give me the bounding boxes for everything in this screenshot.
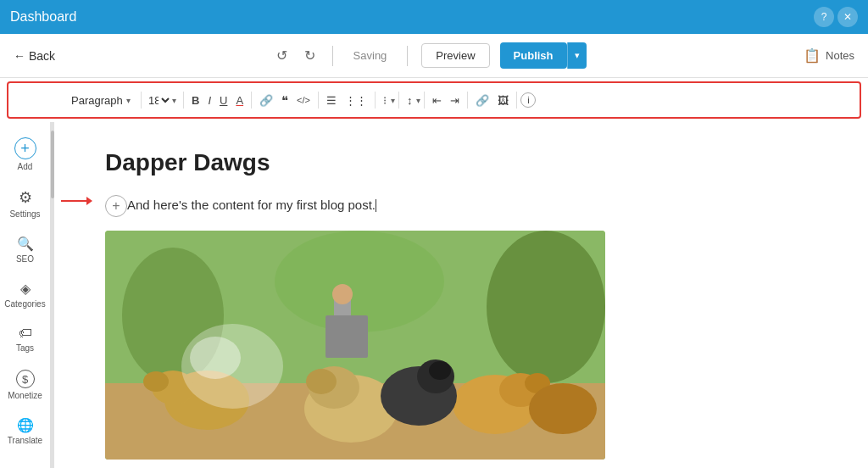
arrow-indicator: [61, 197, 92, 205]
publish-group: Publish ▾: [500, 42, 587, 69]
tags-icon: 🏷: [19, 326, 32, 341]
plus-icon: +: [112, 198, 120, 214]
svg-point-13: [306, 369, 337, 394]
color-button[interactable]: A: [231, 92, 248, 109]
bullet-list-button[interactable]: ⋮⋮: [341, 92, 371, 109]
editor-content[interactable]: And here's the content for my first blog…: [127, 195, 376, 215]
fmt-sep-8: [467, 92, 468, 109]
info-button[interactable]: i: [520, 92, 536, 108]
title-bar-left: Dashboard: [10, 9, 76, 25]
editor-title[interactable]: Dapper Dawgs: [105, 149, 817, 176]
sidebar-item-tags[interactable]: 🏷 Tags: [0, 317, 50, 361]
sidebar: + Add ⚙ Settings 🔍 SEO ◈ Categories 🏷 Ta…: [0, 122, 51, 468]
monetize-icon: $: [16, 370, 35, 388]
sidebar-item-seo[interactable]: 🔍 SEO: [0, 227, 50, 272]
indent-dec-button[interactable]: ⇤: [428, 92, 446, 109]
text-cursor: [376, 199, 376, 212]
svg-rect-7: [326, 315, 368, 358]
sidebar-item-add[interactable]: + Add: [0, 129, 50, 180]
fmt-sep-9: [516, 92, 517, 109]
fmt-sep-6: [398, 92, 399, 109]
saving-status: Saving: [347, 49, 394, 62]
help-button[interactable]: ?: [814, 7, 834, 27]
arrow-head-icon: [86, 197, 92, 205]
line-height-dropdown-icon: ▾: [416, 96, 420, 105]
image-embed-button[interactable]: 🖼: [493, 92, 513, 109]
fmt-sep-3: [251, 92, 252, 109]
redo-button[interactable]: ↻: [301, 44, 319, 67]
seo-icon: 🔍: [17, 236, 34, 252]
content-row: + And here's the content for my first bl…: [105, 193, 817, 217]
main-layout: + Add ⚙ Settings 🔍 SEO ◈ Categories 🏷 Ta…: [0, 122, 868, 468]
align-dropdown-icon: ▾: [391, 96, 395, 105]
sidebar-item-settings[interactable]: ⚙ Settings: [0, 180, 50, 227]
toolbar-divider-2: [407, 46, 408, 66]
translate-icon: 🌐: [17, 417, 34, 433]
svg-point-19: [429, 361, 451, 380]
close-button[interactable]: ✕: [837, 7, 858, 27]
title-bar-controls: ? ✕: [814, 7, 858, 27]
add-block-button[interactable]: +: [105, 195, 127, 217]
paragraph-dropdown-icon: ▾: [126, 96, 131, 105]
dogs-svg: [105, 231, 605, 460]
format-toolbar: Paragraph ▾ 18 ▾ B I U A 🔗 ❝ </> ☰ ⋮⋮ ⁝ …: [7, 81, 861, 119]
title-bar-title: Dashboard: [10, 9, 76, 25]
bold-button[interactable]: B: [187, 92, 203, 109]
notes-icon: 📋: [804, 47, 821, 64]
categories-icon: ◈: [20, 281, 31, 297]
svg-point-20: [529, 383, 597, 434]
line-height-button[interactable]: ↕: [403, 92, 417, 109]
hyperlink-button[interactable]: 🔗: [471, 92, 493, 109]
back-button[interactable]: ← Back: [14, 49, 55, 63]
preview-button[interactable]: Preview: [421, 43, 489, 68]
sidebar-item-tags-label: Tags: [16, 343, 34, 353]
link-button[interactable]: 🔗: [255, 92, 277, 109]
sidebar-item-categories[interactable]: ◈ Categories: [0, 272, 50, 317]
code-button[interactable]: </>: [292, 93, 314, 108]
arrow-line: [61, 200, 86, 202]
ordered-list-button[interactable]: ☰: [322, 92, 341, 109]
svg-point-3: [487, 231, 605, 383]
editor-area[interactable]: Dapper Dawgs + And here's the content fo…: [54, 122, 868, 468]
align-button[interactable]: ⁝: [379, 92, 391, 109]
indent-inc-button[interactable]: ⇥: [446, 92, 464, 109]
sidebar-item-monetize-label: Monetize: [8, 391, 42, 400]
fmt-sep-5: [375, 92, 376, 109]
sidebar-item-monetize[interactable]: $ Monetize: [0, 361, 50, 409]
title-bar: Dashboard ? ✕: [0, 0, 868, 34]
fmt-sep-4: [318, 92, 319, 109]
back-arrow-icon: ←: [14, 49, 25, 63]
sidebar-item-settings-label: Settings: [9, 209, 40, 219]
sidebar-item-translate-label: Translate: [8, 436, 42, 445]
svg-point-10: [143, 371, 169, 392]
publish-dropdown-button[interactable]: ▾: [567, 42, 587, 69]
sidebar-item-seo-label: SEO: [16, 254, 34, 264]
editor-image[interactable]: [105, 231, 605, 460]
fmt-sep-7: [424, 92, 425, 109]
toolbar-left: ← Back: [14, 49, 55, 63]
svg-point-22: [190, 337, 241, 379]
underline-button[interactable]: U: [215, 92, 231, 109]
fmt-sep-1: [141, 92, 142, 109]
publish-button[interactable]: Publish: [500, 42, 567, 69]
quote-button[interactable]: ❝: [277, 92, 292, 109]
italic-button[interactable]: I: [203, 92, 215, 109]
toolbar-divider: [332, 46, 333, 66]
add-icon: +: [14, 137, 36, 159]
paragraph-select[interactable]: Paragraph: [68, 92, 126, 109]
sidebar-item-add-label: Add: [18, 162, 33, 171]
svg-point-6: [332, 284, 353, 304]
toolbar-row: ← Back ↺ ↻ Saving Preview Publish ▾ 📋 No…: [0, 34, 868, 78]
settings-icon: ⚙: [19, 188, 32, 207]
sidebar-item-translate[interactable]: 🌐 Translate: [0, 409, 50, 454]
format-toolbar-wrapper: Paragraph ▾ 18 ▾ B I U A 🔗 ❝ </> ☰ ⋮⋮ ⁝ …: [0, 78, 868, 122]
notes-button[interactable]: 📋 Notes: [804, 47, 854, 64]
sidebar-item-categories-label: Categories: [4, 299, 45, 309]
size-dropdown-icon: ▾: [172, 96, 176, 105]
toolbar-center: ↺ ↻ Saving Preview Publish ▾: [273, 42, 587, 69]
dog-image-inner: [105, 231, 605, 460]
fmt-sep-2: [183, 92, 184, 109]
size-select[interactable]: 18: [145, 93, 172, 108]
undo-button[interactable]: ↺: [273, 44, 291, 67]
